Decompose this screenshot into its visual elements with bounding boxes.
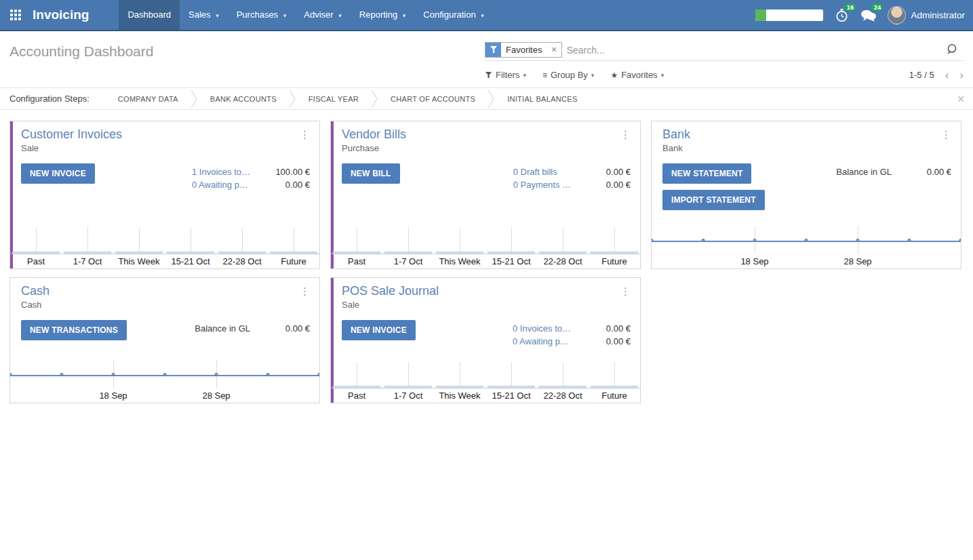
bar xyxy=(115,252,163,254)
close-icon[interactable]: ✕ xyxy=(957,94,965,104)
line-marker xyxy=(907,239,911,242)
balance-label: Balance in GL xyxy=(195,322,250,335)
x-tick-label: 22-28 Oct xyxy=(216,256,268,266)
invoices-to-validate-link[interactable]: 0 Invoices to… xyxy=(513,322,571,335)
new-statement-button[interactable]: NEW STATEMENT xyxy=(662,163,751,184)
card-title[interactable]: POS Sale Journal xyxy=(342,284,439,298)
x-tick-label: 1-7 Oct xyxy=(382,256,434,266)
bar xyxy=(167,252,214,254)
control-panel: Accounting Dashboard Favorites ✕ xyxy=(0,31,973,87)
kebab-menu-icon[interactable]: ⋮ xyxy=(618,284,633,299)
messages-badge: 24 xyxy=(871,3,883,12)
x-tick-label: Future xyxy=(268,256,319,266)
bar xyxy=(591,252,638,254)
step-separator-chevron xyxy=(371,89,378,109)
card-subtitle: Purchase xyxy=(342,143,631,153)
x-tick-label: 28 Sep xyxy=(202,391,230,401)
progress-fill xyxy=(755,9,766,21)
group-by-icon: ≡ xyxy=(542,71,547,80)
card-bank: ⋮ Bank Bank NEW STATEMENT IMPORT STATEME… xyxy=(651,121,961,269)
new-invoice-button[interactable]: NEW INVOICE xyxy=(342,320,416,340)
pager-range: 1-5 / 5 xyxy=(909,70,934,80)
menu-reporting[interactable]: Reporting ▾ xyxy=(351,0,415,30)
payments-link[interactable]: 0 Payments … xyxy=(513,178,571,191)
stat-amount: 0.00 € xyxy=(589,335,631,348)
search-bar: Favorites ✕ xyxy=(485,39,964,61)
step-company-data[interactable]: COMPANY DATA xyxy=(106,95,191,103)
pager: 1-5 / 5 ‹ › xyxy=(909,70,964,80)
kebab-menu-icon[interactable]: ⋮ xyxy=(618,127,633,142)
search-facet-favorites[interactable]: Favorites ✕ xyxy=(485,42,562,58)
awaiting-payments-link[interactable]: 0 Awaiting p… xyxy=(513,335,571,348)
bar xyxy=(384,252,432,254)
bar xyxy=(384,386,432,388)
line-marker xyxy=(266,373,269,376)
kebab-menu-icon[interactable]: ⋮ xyxy=(297,127,313,142)
chevron-down-icon: ▾ xyxy=(283,12,287,19)
search-icon[interactable] xyxy=(946,43,959,59)
pager-previous-icon[interactable]: ‹ xyxy=(945,71,949,80)
stat-amount: 0.00 € xyxy=(268,178,310,191)
line-marker xyxy=(318,373,320,376)
bar xyxy=(270,252,317,254)
mini-line-chart: 18 Sep 28 Sep xyxy=(10,357,319,403)
new-invoice-button[interactable]: NEW INVOICE xyxy=(21,163,95,184)
bar xyxy=(488,386,535,388)
new-transactions-button[interactable]: NEW TRANSACTIONS xyxy=(21,320,127,340)
pager-next-icon[interactable]: › xyxy=(959,71,964,80)
configuration-steps: COMPANY DATA BANK ACCOUNTS FISCAL YEAR C… xyxy=(106,89,590,109)
kebab-menu-icon[interactable]: ⋮ xyxy=(297,284,313,299)
kebab-menu-icon[interactable]: ⋮ xyxy=(938,127,954,142)
invoices-to-validate-link[interactable]: 1 Invoices to… xyxy=(192,165,250,178)
search-input[interactable] xyxy=(567,45,940,56)
facet-remove-icon[interactable]: ✕ xyxy=(547,43,561,57)
step-chart-of-accounts[interactable]: CHART OF ACCOUNTS xyxy=(378,95,488,103)
mini-bar-chart: Past 1-7 Oct This Week 15-21 Oct 22-28 O… xyxy=(331,223,640,268)
apps-grid-icon xyxy=(10,9,21,20)
trial-progress-bar[interactable] xyxy=(755,9,823,21)
card-stats: 1 Invoices to… 0 Awaiting p… 100.00 € 0.… xyxy=(192,163,310,191)
line-marker xyxy=(856,239,860,242)
menu-sales[interactable]: Sales ▾ xyxy=(180,0,228,30)
card-title[interactable]: Cash xyxy=(21,284,49,298)
x-tick-label: 18 Sep xyxy=(740,256,768,266)
stat-amount: 100.00 € xyxy=(268,165,310,178)
x-tick-label: Past xyxy=(10,256,62,266)
filters-button[interactable]: Filters ▾ xyxy=(485,70,526,80)
bar xyxy=(64,252,111,254)
app-brand[interactable]: Invoicing xyxy=(31,0,119,30)
menu-configuration[interactable]: Configuration ▾ xyxy=(414,0,492,30)
card-stats: 0 Draft bills 0 Payments … 0.00 € 0.00 € xyxy=(513,163,631,191)
step-fiscal-year[interactable]: FISCAL YEAR xyxy=(296,95,371,103)
stat-amount: 0.00 € xyxy=(909,165,951,178)
card-title[interactable]: Bank xyxy=(662,127,690,142)
new-bill-button[interactable]: NEW BILL xyxy=(342,163,400,184)
card-subtitle: Cash xyxy=(21,300,310,310)
dashboard-kanban: ⋮ Customer Invoices Sale NEW INVOICE 1 I… xyxy=(0,110,973,414)
step-initial-balances[interactable]: INITIAL BALANCES xyxy=(495,95,589,103)
card-title[interactable]: Vendor Bills xyxy=(342,127,406,142)
awaiting-payments-link[interactable]: 0 Awaiting p… xyxy=(192,178,250,191)
card-subtitle: Sale xyxy=(21,143,310,153)
menu-dashboard[interactable]: Dashboard xyxy=(119,0,180,30)
configuration-steps-bar: Configuration Steps: COMPANY DATA BANK A… xyxy=(0,87,973,110)
import-statement-button[interactable]: IMPORT STATEMENT xyxy=(662,190,765,210)
group-by-button[interactable]: ≡ Group By ▾ xyxy=(542,70,594,80)
messages-button[interactable]: 24 xyxy=(860,7,877,22)
card-stats: 0 Invoices to… 0 Awaiting p… 0.00 € 0.00… xyxy=(513,320,631,348)
x-tick-label: Future xyxy=(589,391,640,401)
activities-button[interactable]: 16 xyxy=(834,7,850,23)
user-menu[interactable]: Administrator xyxy=(888,6,965,24)
menu-adviser[interactable]: Adviser ▾ xyxy=(295,0,351,30)
menu-purchases[interactable]: Purchases ▾ xyxy=(228,0,296,30)
step-bank-accounts[interactable]: BANK ACCOUNTS xyxy=(198,95,289,103)
step-separator-chevron xyxy=(289,89,296,109)
card-title[interactable]: Customer Invoices xyxy=(21,127,122,142)
x-tick-label: 1-7 Oct xyxy=(62,256,113,266)
avatar xyxy=(888,6,906,24)
favorites-button[interactable]: ★ Favorites ▾ xyxy=(610,70,664,80)
card-customer-invoices: ⋮ Customer Invoices Sale NEW INVOICE 1 I… xyxy=(9,121,320,269)
chevron-down-icon: ▾ xyxy=(523,72,526,79)
draft-bills-link[interactable]: 0 Draft bills xyxy=(513,165,571,178)
apps-menu-button[interactable] xyxy=(0,0,31,30)
